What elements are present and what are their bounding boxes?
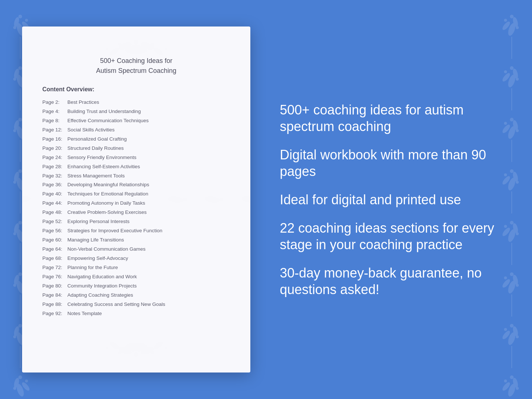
toc-item: Page 4:Building Trust and Understanding bbox=[42, 107, 230, 116]
toc-title: Celebrating Success and Setting New Goal… bbox=[67, 300, 165, 309]
toc-list: Page 2:Best PracticesPage 4:Building Tru… bbox=[42, 98, 230, 318]
toc-item: Page 24:Sensory Friendly Environments bbox=[42, 153, 230, 162]
svg-point-116 bbox=[118, 43, 121, 46]
toc-page: Page 8: bbox=[42, 117, 67, 125]
toc-title: Personalized Goal Crafting bbox=[67, 135, 127, 144]
toc-page: Page 32: bbox=[42, 172, 67, 180]
svg-point-129 bbox=[165, 347, 167, 349]
toc-title: Notes Template bbox=[67, 310, 102, 318]
svg-point-121 bbox=[118, 346, 132, 356]
toc-item: Page 80:Community Integration Projects bbox=[42, 282, 230, 291]
feature-text: Ideal for digital and printed use bbox=[280, 191, 510, 208]
toc-item: Page 88:Celebrating Success and Setting … bbox=[42, 300, 230, 309]
toc-page: Page 16: bbox=[42, 135, 67, 144]
doc-section-label: Content Overview: bbox=[42, 86, 230, 93]
toc-title: Best Practices bbox=[67, 98, 99, 107]
svg-point-118 bbox=[106, 48, 108, 50]
svg-point-120 bbox=[125, 343, 147, 352]
toc-title: Adapting Coaching Strategies bbox=[67, 291, 133, 300]
toc-item: Page 52:Exploring Personal Interests bbox=[42, 217, 230, 226]
toc-title: Structured Daily Routines bbox=[67, 144, 124, 153]
toc-title: Strategies for Improved Executive Functi… bbox=[67, 227, 162, 235]
toc-title: Creative Problem-Solving Exercises bbox=[67, 208, 147, 217]
toc-item: Page 28:Enhancing Self-Esteem Activities bbox=[42, 162, 230, 172]
svg-point-140 bbox=[242, 195, 257, 204]
toc-page: Page 84: bbox=[42, 291, 67, 300]
main-content: 500+ Coaching Ideas for Autism Spectrum … bbox=[0, 0, 532, 399]
svg-point-127 bbox=[151, 351, 154, 354]
toc-page: Page 36: bbox=[42, 181, 67, 189]
svg-point-141 bbox=[257, 198, 260, 201]
svg-point-115 bbox=[134, 40, 138, 45]
toc-item: Page 84:Adapting Coaching Strategies bbox=[42, 291, 230, 300]
toc-page: Page 28: bbox=[42, 163, 67, 171]
svg-point-119 bbox=[165, 48, 167, 50]
toc-title: Enhancing Self-Esteem Activities bbox=[67, 163, 140, 171]
toc-item: Page 8:Effective Communication Technique… bbox=[42, 116, 230, 126]
toc-title: Sensory Friendly Environments bbox=[67, 153, 137, 162]
toc-item: Page 32:Stress Management Tools bbox=[42, 172, 230, 181]
toc-page: Page 92: bbox=[42, 310, 67, 318]
toc-page: Page 88: bbox=[42, 300, 67, 309]
toc-page: Page 76: bbox=[42, 273, 67, 281]
toc-title: Building Trust and Understanding bbox=[67, 107, 141, 116]
toc-page: Page 56: bbox=[42, 227, 67, 235]
toc-item: Page 72:Planning for the Future bbox=[42, 263, 230, 272]
toc-item: Page 48:Creative Problem-Solving Exercis… bbox=[42, 208, 230, 217]
toc-title: Techniques for Emotional Regulation bbox=[67, 190, 148, 198]
document-panel: 500+ Coaching Ideas for Autism Spectrum … bbox=[22, 27, 250, 372]
toc-title: Exploring Personal Interests bbox=[67, 218, 130, 226]
toc-title: Community Integration Projects bbox=[67, 282, 137, 290]
toc-title: Promoting Autonomy in Daily Tasks bbox=[67, 199, 145, 208]
feature-text: 500+ coaching ideas for autism spectrum … bbox=[280, 102, 510, 135]
toc-item: Page 20:Structured Daily Routines bbox=[42, 144, 230, 153]
toc-item: Page 64:Non-Verbal Communication Games bbox=[42, 245, 230, 254]
toc-page: Page 52: bbox=[42, 218, 67, 226]
svg-point-124 bbox=[153, 340, 164, 350]
toc-title: Managing Life Transitions bbox=[67, 236, 124, 244]
toc-page: Page 48: bbox=[42, 208, 67, 217]
svg-point-110 bbox=[125, 45, 147, 54]
toc-title: Developing Meaningful Relationships bbox=[67, 181, 149, 189]
toc-title: Empowering Self-Advocacy bbox=[67, 254, 128, 263]
svg-point-117 bbox=[151, 43, 154, 46]
toc-item: Page 56:Strategies for Improved Executiv… bbox=[42, 226, 230, 236]
toc-page: Page 72: bbox=[42, 264, 67, 272]
toc-item: Page 2:Best Practices bbox=[42, 98, 230, 107]
toc-page: Page 12: bbox=[42, 126, 67, 134]
feature-text: 30-day money-back guarantee, no question… bbox=[280, 265, 510, 298]
toc-page: Page 80: bbox=[42, 282, 67, 290]
toc-page: Page 20: bbox=[42, 144, 67, 153]
feature-text: Digital workbook with more than 90 pages bbox=[280, 146, 510, 180]
svg-point-133 bbox=[12, 198, 16, 201]
svg-point-125 bbox=[134, 352, 138, 357]
toc-item: Page 60:Managing Life Transitions bbox=[42, 236, 230, 245]
text-panel: 500+ coaching ideas for autism spectrum … bbox=[272, 102, 510, 298]
toc-page: Page 24: bbox=[42, 153, 67, 162]
toc-item: Page 68:Empowering Self-Advocacy bbox=[42, 254, 230, 263]
toc-item: Page 76:Navigating Education and Work bbox=[42, 272, 230, 282]
doc-title: 500+ Coaching Ideas for Autism Spectrum … bbox=[42, 56, 230, 76]
svg-point-123 bbox=[109, 340, 120, 350]
toc-title: Social Skills Activities bbox=[67, 126, 114, 134]
svg-point-122 bbox=[140, 346, 154, 356]
svg-point-126 bbox=[118, 351, 121, 354]
svg-point-111 bbox=[118, 41, 132, 51]
toc-item: Page 44:Promoting Autonomy in Daily Task… bbox=[42, 199, 230, 208]
svg-point-112 bbox=[140, 41, 154, 51]
toc-page: Page 40: bbox=[42, 190, 67, 198]
toc-page: Page 64: bbox=[42, 245, 67, 254]
doc-watermark-bottom bbox=[77, 331, 195, 365]
toc-item: Page 92:Notes Template bbox=[42, 309, 230, 318]
toc-page: Page 44: bbox=[42, 199, 67, 208]
svg-point-128 bbox=[106, 347, 108, 349]
toc-page: Page 68: bbox=[42, 254, 67, 263]
toc-page: Page 4: bbox=[42, 107, 67, 116]
toc-title: Non-Verbal Communication Games bbox=[67, 245, 145, 254]
svg-point-114 bbox=[153, 47, 164, 56]
feature-text: 22 coaching ideas sections for every sta… bbox=[280, 220, 510, 253]
toc-page: Page 60: bbox=[42, 236, 67, 244]
svg-point-132 bbox=[15, 195, 31, 204]
svg-point-113 bbox=[109, 47, 120, 56]
toc-page: Page 2: bbox=[42, 98, 67, 107]
